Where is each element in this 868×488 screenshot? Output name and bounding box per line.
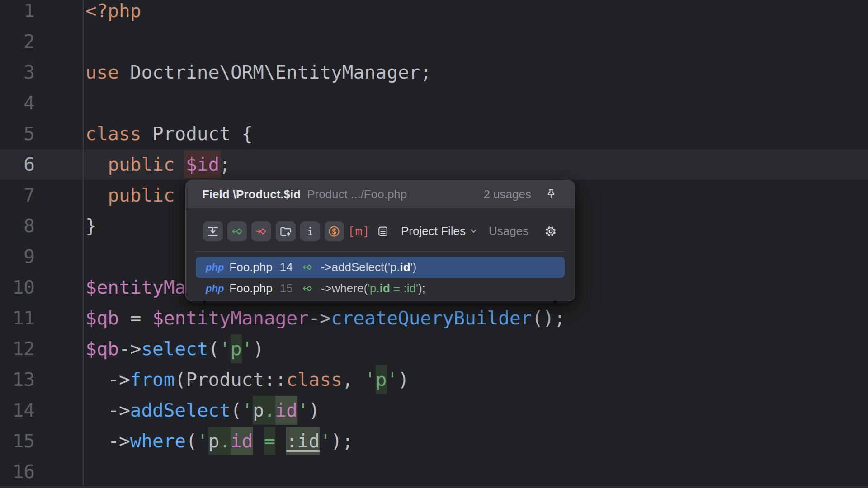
code-token: ' [197,430,208,452]
code-token: -> [119,338,141,360]
code-token: ( [208,338,220,360]
usage-symbol-title: Field \Product.$id [202,188,301,202]
code-token [253,430,264,452]
line-number[interactable]: 1 [0,0,35,26]
code-token: Product { [141,123,253,145]
code-line[interactable] [85,88,565,118]
code-token [85,399,108,421]
line-number[interactable]: 8 [0,211,35,241]
code-token: p [208,427,220,455]
ide-editor-screen: 12345678910111213141516 <?phpuse Doctrin… [0,0,868,488]
write-access-filter-button[interactable] [251,221,271,241]
code-token: $id [184,150,221,178]
code-line[interactable]: $qb->select('p') [85,333,565,364]
line-number[interactable]: 5 [0,118,35,149]
line-number[interactable]: 2 [0,26,35,57]
php-file-icon: php [206,283,224,295]
usages-popup-header: Field \Product.$id Product .../Foo.php 2… [186,180,575,208]
usage-line-number: 15 [280,282,297,296]
code-token: ' [242,399,253,421]
line-number[interactable]: 15 [0,426,35,456]
read-access-icon [302,261,314,273]
code-line[interactable]: ->addSelect('p.id') [85,395,565,426]
gear-icon[interactable] [543,224,558,239]
code-line[interactable]: $qb = $entityManager->createQueryBuilder… [85,303,565,333]
dock-down-icon [206,225,220,238]
code-token: ' [320,430,331,452]
line-number[interactable]: 3 [0,57,35,88]
line-number[interactable]: 13 [0,364,35,395]
code-token: <?php [85,0,141,22]
code-token: ' [297,399,309,421]
read-access-icon [231,225,244,238]
code-line[interactable]: <?php [85,0,565,26]
dock-preview-button[interactable] [203,221,223,241]
code-token: -> [108,430,130,452]
code-line[interactable] [85,456,565,487]
method-usages-button[interactable]: [m] [349,221,368,241]
line-number[interactable]: 14 [0,395,35,426]
code-token: $qb [85,307,119,329]
usage-result-row[interactable]: phpFoo.php15->where('p.id = :id'); [196,278,565,299]
code-token: Doctrine\ORM\EntityManager; [119,61,431,83]
usage-line-number: 14 [280,260,297,274]
code-token: createQueryBuilder [331,307,532,329]
code-token [85,430,108,452]
code-token: -> [309,307,331,329]
usage-view-options-button[interactable] [373,221,393,241]
code-token: $entityMa [85,277,186,298]
code-token: select [141,338,208,360]
usage-code-preview: ->where('p.id = :id'); [321,282,425,296]
code-token: ; [219,154,231,175]
write-access-icon [255,225,268,238]
line-number[interactable]: 10 [0,272,35,303]
code-line[interactable]: class Product { [85,118,565,149]
code-token: -> [108,369,130,390]
code-token: id [275,396,297,425]
code-token: addSelect [130,399,231,421]
code-token: id [231,427,253,455]
code-token: $entityManager [152,307,309,329]
code-token: (Product:: [175,369,287,390]
code-line[interactable]: use Doctrine\ORM\EntityManager; [85,57,565,88]
usage-result-row[interactable]: phpFoo.php14->addSelect('p.id') [196,257,565,278]
toolbar-separator [196,251,565,252]
code-token [85,369,108,390]
code-token: = [264,427,275,455]
line-number[interactable]: 16 [0,456,35,487]
list-box-icon [376,225,390,238]
usage-file-name: Foo.php [229,282,272,296]
read-access-filter-button[interactable] [227,221,247,241]
line-number[interactable]: 6 [0,149,35,180]
line-number[interactable]: 4 [0,88,35,118]
show-variables-button[interactable] [325,221,344,241]
code-token: . [264,396,275,425]
code-token: from [130,369,175,390]
code-token: ' [219,338,231,360]
line-number[interactable]: 12 [0,333,35,364]
code-token: ' [364,369,376,390]
pin-icon[interactable] [544,187,558,202]
code-token: . [219,427,231,455]
code-line[interactable]: ->from(Product::class, 'p') [85,364,565,395]
code-line[interactable]: public $id; [85,149,565,180]
code-token: ); [331,430,353,452]
code-token: use [85,61,119,83]
code-token: ' [387,369,398,390]
code-line[interactable]: ->where('p.id = :id'); [85,426,565,456]
code-token: where [130,430,186,452]
line-number[interactable]: 9 [0,241,35,272]
group-by-file-button[interactable] [276,221,296,241]
php-file-icon: php [206,262,224,273]
info-i-icon [303,225,317,238]
line-number[interactable]: 7 [0,180,35,211]
line-number[interactable]: 11 [0,303,35,333]
show-imports-button[interactable] [300,221,320,241]
usages-tab-label[interactable]: Usages [489,224,528,238]
usages-toolbar: [m]Project FilesUsages [186,208,575,251]
scope-selector[interactable]: Project Files [401,224,477,238]
read-access-icon [302,282,314,295]
code-line[interactable] [85,26,565,57]
code-token: -> [108,399,130,421]
folder-asterisk-icon [279,225,292,238]
